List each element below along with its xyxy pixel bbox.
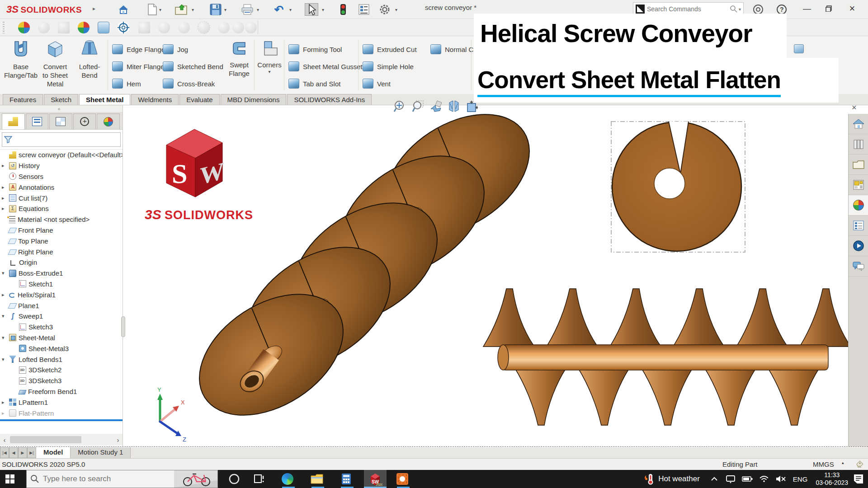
scrollbar-thumb[interactable]	[10, 436, 81, 443]
expand-arrow-icon[interactable]: ▸	[2, 399, 9, 405]
apply-scene-icon[interactable]	[38, 22, 50, 33]
tree-item[interactable]: 3DSketch2	[0, 365, 123, 375]
expand-arrow-icon[interactable]: ▸	[2, 163, 9, 169]
section-view-sphere-icon[interactable]	[158, 22, 170, 33]
expand-arrow-icon[interactable]: ▸	[2, 410, 9, 416]
taskbar-search-input[interactable]	[43, 474, 174, 483]
clipboard-icon[interactable]	[58, 22, 70, 33]
model-auger-iso[interactable]	[177, 105, 552, 440]
options-dropdown-icon[interactable]: ▾	[395, 7, 397, 12]
expand-arrow-icon[interactable]: ▸	[2, 206, 9, 211]
tab-mbd-dimensions[interactable]: MBD Dimensions	[221, 94, 287, 105]
task-view-icon[interactable]	[250, 470, 269, 488]
tree-item[interactable]: ▸LPattern1	[0, 397, 123, 408]
home-icon[interactable]	[117, 3, 130, 16]
model-canvas[interactable]: S W 3S SOLIDWORKS	[123, 105, 848, 446]
search-magnifier-icon[interactable]	[730, 5, 738, 13]
clock[interactable]: 11:33 03-06-2023	[816, 471, 848, 487]
document-close-icon[interactable]: ×	[852, 103, 857, 113]
notification-center-icon[interactable]	[853, 474, 864, 484]
tree-item[interactable]: Plane1	[0, 300, 123, 311]
previous-view-icon[interactable]	[429, 99, 443, 113]
tab-displaymanager[interactable]	[97, 113, 120, 129]
language-indicator[interactable]: ENG	[793, 475, 808, 483]
open-document-icon[interactable]	[175, 3, 188, 16]
tree-item[interactable]: ▸Flat-Pattern	[0, 408, 123, 418]
tab-scroll-first-icon[interactable]: |◀	[0, 447, 9, 458]
tree-item[interactable]: screw conveyor (Default<<Default>.	[0, 150, 123, 160]
lofted-bend-button[interactable]: Lofted-Bend	[72, 39, 107, 80]
undo-icon[interactable]: ↶	[272, 3, 286, 16]
undo-dropdown-icon[interactable]: ▾	[289, 7, 292, 12]
model-auger-side[interactable]	[483, 289, 848, 425]
flat-pattern-sketch[interactable]	[611, 122, 745, 252]
render-options-icon[interactable]	[78, 22, 90, 33]
view-palette-icon[interactable]	[849, 175, 868, 195]
scroll-left-icon[interactable]: ‹	[0, 436, 9, 444]
tree-item[interactable]: Right Plane	[0, 246, 123, 257]
tab-model[interactable]: Model	[36, 447, 71, 458]
file-explorer-icon[interactable]	[849, 155, 868, 175]
expand-arrow-icon[interactable]: ▾	[2, 335, 9, 341]
cross-break-button[interactable]: Cross-Break	[163, 75, 223, 92]
edge-flange-button[interactable]: Edge Flange	[112, 41, 165, 58]
tree-item[interactable]: Front Plane	[0, 225, 123, 236]
sphere-pair-icon[interactable]	[218, 22, 230, 33]
tab-features[interactable]: Features	[3, 94, 43, 105]
new-document-icon[interactable]	[146, 3, 159, 16]
taskbar-search-box[interactable]	[26, 470, 218, 488]
tree-item[interactable]: ▸Annotations	[0, 182, 123, 192]
tree-item[interactable]: ▸History	[0, 160, 123, 171]
tree-item[interactable]: ▾Sweep1	[0, 311, 123, 322]
sketched-bend-button[interactable]: Sketched Bend	[163, 58, 223, 75]
expand-arrow-icon[interactable]: ▸	[2, 292, 9, 298]
tab-sheet-metal[interactable]: Sheet Metal	[79, 94, 130, 105]
command-manager-icon[interactable]	[357, 3, 371, 16]
view-target-icon[interactable]	[118, 22, 129, 33]
weather-label[interactable]: Hot weather	[658, 474, 700, 483]
tab-and-slot-button[interactable]: Tab and Slot	[288, 75, 363, 92]
cortana-icon[interactable]	[224, 470, 244, 488]
minimize-button[interactable]: —	[799, 2, 815, 15]
graphics-viewport[interactable]: S W 3S SOLIDWORKS	[123, 105, 848, 446]
tab-propertymanager[interactable]	[26, 113, 49, 129]
hidden-icons-chevron-icon[interactable]	[710, 476, 719, 482]
miter-flange-button[interactable]: Miter Flange	[112, 58, 165, 75]
new-document-dropdown-icon[interactable]: ▾	[159, 7, 161, 12]
zoom-to-fit-icon[interactable]	[392, 99, 407, 113]
expand-arrow-icon[interactable]: ▸	[2, 195, 9, 201]
tab-weldments[interactable]: Weldments	[131, 94, 179, 105]
battery-icon[interactable]	[742, 476, 753, 482]
select-arrow-icon[interactable]	[305, 3, 318, 16]
swept-flange-button[interactable]: Swept Flange	[226, 39, 252, 78]
tree-item[interactable]: ▾Sheet-Metal	[0, 333, 123, 343]
tree-item[interactable]: Material <not specified>	[0, 214, 123, 225]
tree-item[interactable]: ▾Boss-Extrude1	[0, 268, 123, 279]
print-dropdown-icon[interactable]: ▾	[257, 7, 259, 12]
tree-item[interactable]: 3DSketch3	[0, 375, 123, 386]
select-dropdown-icon[interactable]: ▾	[322, 7, 324, 12]
selection-sphere-icon[interactable]	[198, 22, 210, 33]
menu-flyout-arrow-icon[interactable]: ▸	[93, 5, 95, 12]
scrollbar-track[interactable]	[9, 436, 113, 443]
panel-splitter-grip[interactable]	[121, 316, 125, 337]
file-explorer-icon[interactable]	[307, 470, 327, 488]
tree-item[interactable]: Sensors	[0, 171, 123, 182]
corners-button[interactable]: Corners ▾	[257, 39, 282, 74]
edge-icon[interactable]	[278, 470, 297, 488]
solidworks-resources-icon[interactable]	[849, 236, 868, 256]
taskpane-home-icon[interactable]	[849, 114, 868, 134]
tree-item[interactable]: Sheet-Metal3	[0, 343, 123, 354]
panel-horizontal-scrollbar[interactable]: ‹ ›	[0, 434, 123, 446]
tab-featuremanager[interactable]	[2, 113, 25, 129]
tree-item[interactable]: Origin	[0, 257, 123, 268]
tree-item[interactable]: Top Plane	[0, 235, 123, 246]
screen-snip-icon[interactable]	[392, 470, 412, 488]
vent-button[interactable]: Vent	[363, 75, 417, 92]
tab-sketch[interactable]: Sketch	[44, 94, 78, 105]
tree-item[interactable]: ▸Equations	[0, 203, 123, 214]
tab-motion-study[interactable]: Motion Study 1	[71, 447, 131, 458]
tab-scroll-prev-icon[interactable]: ◀	[9, 447, 18, 458]
forum-icon[interactable]	[849, 256, 868, 277]
unfold-icon[interactable]	[794, 44, 804, 53]
